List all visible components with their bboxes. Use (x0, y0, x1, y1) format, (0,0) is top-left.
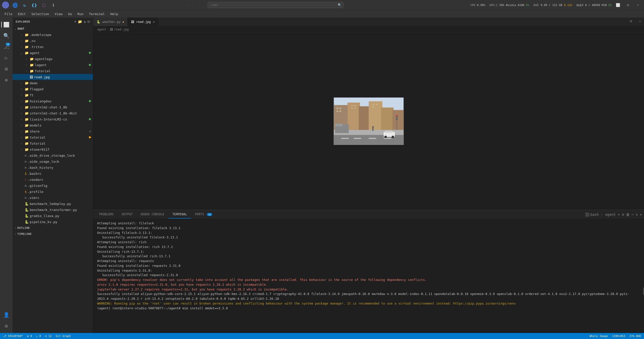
nav-back-button[interactable]: ‹ (183, 2, 192, 9)
section-timeline[interactable]: › TIMELINE (13, 231, 93, 237)
tree-ft[interactable]: › 📁 ft (13, 92, 93, 98)
search-input[interactable] (208, 2, 344, 8)
menu-selection[interactable]: Selection (29, 11, 52, 17)
tree-models[interactable]: › 📁 models (13, 122, 93, 128)
git-icon[interactable]: ⬡ (40, 2, 47, 9)
activity-settings[interactable]: ⚙ (1, 321, 11, 331)
tree-share[interactable]: › 📁 share ⇄ (13, 128, 93, 134)
tree-lagent[interactable]: › 📁 lagent (13, 62, 93, 68)
activity-source-control[interactable]: ⎇ 54 (1, 42, 11, 52)
tree-tutorial-agent[interactable]: › 📁 Tutorial (13, 68, 93, 74)
activity-account[interactable]: 👤 (1, 310, 11, 320)
wavy-icon[interactable]: 🌀 (12, 2, 19, 9)
section-outline[interactable]: › OUTLINE (13, 225, 93, 231)
status-resolution[interactable]: 1280×853 (611, 334, 626, 338)
layout-button[interactable]: ⊞ (624, 2, 632, 9)
split-terminal-button[interactable]: ⊟ (622, 213, 624, 217)
tab-road[interactable]: 🖼 road.jpg × (128, 18, 159, 26)
menu-run[interactable]: Run (75, 11, 86, 17)
tab-terminal[interactable]: TERMINAL (168, 210, 191, 219)
menu-go[interactable]: Go (65, 11, 74, 17)
tree-agent[interactable]: ⌄ 📁 agent (13, 50, 93, 56)
tree-benchmark-lmdeploy[interactable]: 🐍 benchmark_lmdeploy.py (13, 201, 93, 207)
tree-bash-history[interactable]: ≡ .bash_history (13, 164, 93, 171)
tree-gradio-llava[interactable]: 🐍 gradio_llava.py (13, 213, 93, 219)
tab-output[interactable]: OUTPUT (118, 210, 137, 219)
activity-remote[interactable]: ⊕ (1, 75, 11, 85)
tree-aide-usage[interactable]: ≡ .aide_usage_lock (13, 158, 93, 164)
tree-profile[interactable]: $ .profile (13, 189, 93, 195)
tree-xtuner[interactable]: › 📁 xtuner0117 (13, 146, 93, 152)
svg-rect-20 (341, 138, 349, 139)
terminal-collapse-button[interactable]: ∧ (636, 213, 638, 217)
svg-point-29 (392, 136, 394, 138)
tree-agentlego[interactable]: › 📁 agentlego (13, 56, 93, 62)
tree-aide-drive[interactable]: ≡ .aide_drive_storage_lock (13, 152, 93, 158)
tree-bashrc[interactable]: $ .bashrc (13, 171, 93, 177)
tree-Tutorial[interactable]: › 📁 Tutorial (13, 140, 93, 146)
refresh-icon[interactable]: ↻ (84, 20, 86, 24)
terminal-output[interactable]: Attempting uninstall: filelock Found exi… (93, 219, 642, 333)
tab-problems[interactable]: PROBLEMS (95, 210, 118, 219)
refresh-icon[interactable]: ↻ (21, 2, 28, 9)
menu-terminal[interactable]: Terminal (87, 11, 107, 17)
breadcrumb-agent[interactable]: agent (97, 28, 106, 31)
new-terminal-button[interactable]: + (618, 213, 620, 217)
activity-run[interactable]: ▷ (1, 53, 11, 63)
tree-liuxin[interactable]: › 📁 liuxin-InternLM2-cs (13, 116, 93, 122)
status-errors[interactable]: ⊗ 0 (26, 334, 33, 338)
status-warnings[interactable]: ⚠ 0 (35, 334, 42, 338)
tree-pipeline-kv[interactable]: 🐍 pipeline_kv.py (13, 219, 93, 225)
tree-root[interactable]: ⌄ ROOT (13, 26, 93, 32)
menu-help[interactable]: Help (108, 11, 121, 17)
tree-vimrc[interactable]: ≡ .vimrc (13, 195, 93, 201)
terminal-scrollbar[interactable] (642, 219, 644, 333)
tree-road-jpg[interactable]: 🖼 road.jpg (13, 74, 93, 80)
vscode-icon[interactable]: ❰❱ (31, 2, 38, 9)
new-folder-icon[interactable]: 📁 (78, 20, 82, 24)
tree-huixiangdou[interactable]: › 📁 huixiangdou (13, 98, 93, 104)
status-git[interactable]: ⎇ 581d9fb8* (2, 334, 24, 338)
menu-view[interactable]: View (52, 11, 65, 17)
tree-modelscope[interactable]: › 📁 .modelscope (13, 32, 93, 38)
tree-tutorial-lower[interactable]: › 📁 tutorial (13, 134, 93, 140)
status-zoom[interactable]: Whole Image (589, 334, 609, 338)
activity-explorer[interactable]: ⬜ (1, 20, 11, 30)
tree-benchmark-transformer[interactable]: 🐍 benchmark_transformer.py (13, 207, 93, 213)
tab-close-road[interactable]: × (153, 20, 155, 24)
status-git-graph[interactable]: Git Graph (55, 334, 72, 338)
tree-demo[interactable]: › 📁 demo (13, 80, 93, 86)
breadcrumb-file[interactable]: road.jpg (114, 28, 129, 31)
tab-debug-console[interactable]: DEBUG CONSOLE (137, 210, 168, 219)
collapse-icon[interactable]: ⊟ (88, 20, 90, 24)
tree-gitconfig[interactable]: ⚙ .gitconfig (13, 183, 93, 189)
status-branch-count[interactable]: ⎋ 12 (44, 334, 53, 338)
tab-weather[interactable]: 🐍 weather.py ● (93, 18, 128, 26)
svg-point-35 (396, 118, 397, 119)
avatar-icon[interactable] (2, 2, 9, 9)
remote-icon: ⊕ (5, 77, 8, 83)
maximize-button[interactable]: ⤢ (634, 2, 642, 9)
tab-ports[interactable]: PORTS 12 (191, 210, 216, 219)
menu-file[interactable]: File (2, 11, 15, 17)
info-icon[interactable]: ℹ (50, 2, 57, 9)
tree-internlm2-1-8b-4bit[interactable]: › 📁 internlm2-chat-1_8b-4bit (13, 110, 93, 116)
status-size[interactable]: 276.06K (628, 334, 642, 338)
tree-flagged[interactable]: › 📁 flagged (13, 86, 93, 92)
terminal-more-button[interactable]: ⋯ (632, 213, 634, 217)
split-editor-button[interactable]: ⊟ (627, 18, 635, 25)
activity-search[interactable]: 🔍 (1, 31, 11, 41)
new-file-icon[interactable]: + (74, 20, 76, 24)
road-image (333, 97, 404, 145)
menu-edit[interactable]: Edit (15, 11, 28, 17)
tree-triton[interactable]: › 📁 .triton (13, 44, 93, 50)
tree-nv[interactable]: › 📁 .nv (13, 38, 93, 44)
panel-toggle-button[interactable]: ⬜ (614, 2, 622, 9)
nav-forward-button[interactable]: › (196, 2, 204, 9)
terminal-close-button[interactable]: × (640, 213, 642, 217)
tree-condarc[interactable]: ! .condarc (13, 177, 93, 183)
activity-extensions[interactable]: ⊞ (1, 64, 11, 74)
tree-internlm2-1-8b[interactable]: › 📁 internlm2-chat-1_8b (13, 104, 93, 110)
more-actions-button[interactable]: ⋯ (636, 18, 644, 25)
kill-terminal-button[interactable]: 🗑 (626, 213, 630, 217)
